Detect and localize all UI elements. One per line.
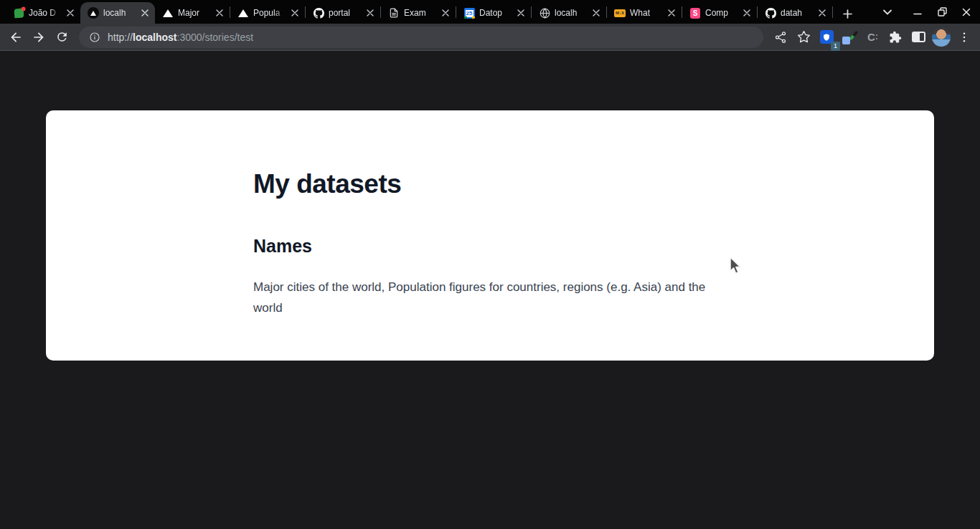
tab-close-icon[interactable] [666,7,677,19]
tab-datah[interactable]: datah [758,2,832,24]
url-address-bar[interactable]: http://localhost:3000/stories/test [79,27,763,48]
url-scheme: http:// [108,32,133,43]
github-icon [765,7,776,19]
tab-close-icon[interactable] [289,7,301,19]
tab-exam[interactable]: Exam [381,2,456,24]
mouse-cursor [730,257,743,276]
tab-title: localh [103,8,135,18]
tab-search-chevron-icon[interactable] [878,3,897,22]
window-close-icon[interactable] [957,3,976,22]
reload-button[interactable] [50,26,73,49]
globe-icon [539,7,550,19]
tab-title: datah [781,8,812,18]
tab-title: Comp [705,8,737,18]
tab-close-icon[interactable] [515,7,527,19]
tab-what[interactable]: M↓X What [607,2,682,24]
content-column: My datasets Names Major cities of the wo… [253,110,727,318]
new-tab-button[interactable] [837,4,857,24]
profile-avatar[interactable] [930,26,953,49]
url-host: localhost [133,32,176,43]
storybook-icon: S [689,7,701,19]
tab-localhost-2[interactable]: localh [532,2,606,24]
side-panel-icon[interactable] [907,26,930,49]
tab-strip: João D localh Major Popula [0,0,980,24]
tab-title: João D [29,8,60,18]
kebab-menu-icon[interactable] [953,26,976,49]
section-heading: Names [253,237,727,255]
content-card: My datasets Names Major cities of the wo… [46,110,934,361]
vercel-triangle-icon [88,7,99,19]
share-icon[interactable] [769,26,792,49]
extension-c-icon[interactable]: C [861,26,884,49]
tab-close-icon[interactable] [440,7,451,19]
notification-dot [21,6,25,11]
url-text: http://localhost:3000/stories/test [108,32,253,43]
tab-popula[interactable]: Popula [230,2,305,24]
tab-close-icon[interactable] [741,7,753,19]
vercel-triangle-icon [162,7,174,19]
mdx-label: M↓X [614,9,626,17]
mdx-icon: M↓X [614,7,626,19]
tab-close-icon[interactable] [816,7,828,19]
tab-title: localh [555,8,586,18]
browser-window: João D localh Major Popula [0,0,980,529]
tab-title: Major [178,8,209,18]
google-calendar-icon: 25 [463,7,475,19]
tab-joao[interactable]: João D [6,2,80,24]
vercel-triangle-icon [237,7,249,19]
extension-c-label: C [867,31,875,43]
page-title: My datasets [253,171,727,197]
url-path: :3000/stories/test [177,32,254,43]
site-info-icon[interactable] [89,32,100,43]
window-minimize-icon[interactable] [908,3,927,22]
tab-datop[interactable]: 25 Datop [456,2,531,24]
bitwarden-extension-icon[interactable]: 1 [815,26,838,49]
tab-close-icon[interactable] [364,7,376,19]
tab-close-icon[interactable] [139,7,151,19]
bitwarden-badge: 1 [831,42,840,51]
dataset-names-text: Major cities of the world, Population fi… [253,277,725,318]
tab-divider [832,6,833,18]
tab-localhost-active[interactable]: localh [80,2,155,24]
tab-comp[interactable]: S Comp [682,2,757,24]
green-site-favicon-icon [13,7,24,19]
tab-close-icon[interactable] [214,7,225,19]
tab-title: Exam [404,8,435,18]
forward-button[interactable] [27,26,50,49]
toolbar: http://localhost:3000/stories/test 1 C [0,24,980,51]
tab-title: Popula [253,8,285,18]
document-icon [388,7,400,19]
tab-title: What [630,8,661,18]
back-button[interactable] [4,26,27,49]
github-icon [313,7,324,19]
tab-title: Datop [479,8,511,18]
tab-portal[interactable]: portal [306,2,380,24]
tab-close-icon[interactable] [65,7,76,19]
storybook-letter: S [690,8,700,19]
color-picker-eyedropper-icon[interactable] [838,26,861,49]
extensions-puzzle-icon[interactable] [884,26,907,49]
tab-close-icon[interactable] [590,7,602,19]
tab-major[interactable]: Major [155,2,230,24]
bookmark-star-icon[interactable] [792,26,815,49]
tab-title: portal [329,8,360,18]
page-viewport: My datasets Names Major cities of the wo… [0,51,980,529]
window-restore-icon[interactable] [933,3,951,22]
